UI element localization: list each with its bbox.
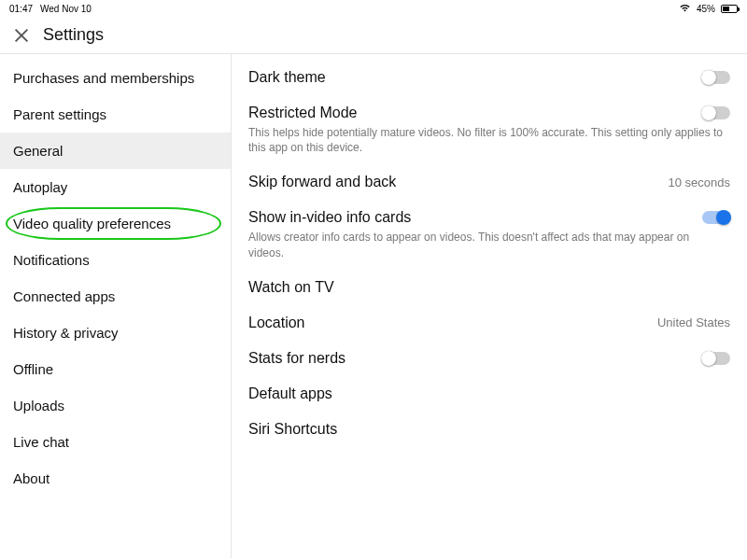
sidebar-item-parent-settings[interactable]: Parent settings <box>0 96 231 133</box>
setting-title: Default apps <box>248 385 332 402</box>
setting-title: Stats for nerds <box>248 350 345 367</box>
sidebar-item-label: Connected apps <box>13 288 115 304</box>
toggle-restricted_mode[interactable] <box>702 106 730 119</box>
sidebar-item-history-privacy[interactable]: History & privacy <box>0 315 231 351</box>
sidebar-item-offline[interactable]: Offline <box>0 351 231 387</box>
page-title: Settings <box>43 25 104 45</box>
settings-sidebar: Purchases and membershipsParent settings… <box>0 54 232 558</box>
setting-row-default_apps[interactable]: Default apps <box>248 376 730 412</box>
setting-description: This helps hide potentially mature video… <box>248 125 730 155</box>
sidebar-item-general[interactable]: General <box>0 133 231 169</box>
status-date: Wed Nov 10 <box>40 4 92 14</box>
setting-row-skip: Skip forward and back10 seconds <box>248 164 730 200</box>
setting-row-stats: Stats for nerds <box>248 341 730 376</box>
sidebar-item-label: Parent settings <box>13 106 106 122</box>
sidebar-item-label: Notifications <box>13 252 90 268</box>
toggle-info_cards[interactable] <box>702 211 730 224</box>
setting-row-siri[interactable]: Siri Shortcuts <box>248 412 730 447</box>
setting-title: Show in-video info cards <box>248 209 411 226</box>
sidebar-item-label: Uploads <box>13 398 64 413</box>
sidebar-item-video-quality-preferences[interactable]: Video quality preferences <box>0 205 231 242</box>
setting-row-dark_theme: Dark theme <box>248 60 730 95</box>
sidebar-item-label: History & privacy <box>13 325 119 341</box>
sidebar-item-purchases-and-memberships[interactable]: Purchases and memberships <box>0 60 231 96</box>
setting-title: Dark theme <box>248 69 326 86</box>
sidebar-item-about[interactable]: About <box>0 460 231 497</box>
setting-value: 10 seconds <box>669 175 731 189</box>
setting-title: Siri Shortcuts <box>248 421 337 438</box>
setting-row-restricted_mode: Restricted ModeThis helps hide potential… <box>248 95 730 164</box>
toggle-stats[interactable] <box>702 352 730 365</box>
sidebar-item-label: Purchases and memberships <box>13 70 194 86</box>
status-bar: 01:47 Wed Nov 10 45% <box>0 0 747 17</box>
wifi-icon <box>679 3 691 14</box>
sidebar-item-label: Video quality preferences <box>13 216 171 231</box>
battery-icon <box>721 5 738 13</box>
settings-main: Dark themeRestricted ModeThis helps hide… <box>232 54 747 558</box>
sidebar-item-uploads[interactable]: Uploads <box>0 387 231 424</box>
sidebar-item-connected-apps[interactable]: Connected apps <box>0 278 231 315</box>
sidebar-item-label: Autoplay <box>13 179 67 195</box>
setting-row-info_cards: Show in-video info cardsAllows creator i… <box>248 200 730 269</box>
setting-description: Allows creator info cards to appear on v… <box>248 230 730 259</box>
sidebar-item-label: Live chat <box>13 434 69 450</box>
setting-row-watch_tv[interactable]: Watch on TV <box>248 270 730 305</box>
sidebar-item-live-chat[interactable]: Live chat <box>0 424 231 460</box>
setting-row-location: LocationUnited States <box>248 305 730 341</box>
sidebar-item-label: Offline <box>13 361 53 377</box>
sidebar-item-label: General <box>13 143 63 159</box>
sidebar-item-autoplay[interactable]: Autoplay <box>0 169 231 205</box>
setting-title: Location <box>248 315 305 331</box>
close-icon[interactable] <box>13 27 30 44</box>
settings-header: Settings <box>0 17 747 54</box>
setting-title: Watch on TV <box>248 279 334 296</box>
setting-title: Restricted Mode <box>248 105 358 121</box>
sidebar-item-notifications[interactable]: Notifications <box>0 242 231 278</box>
battery-percent: 45% <box>697 4 715 14</box>
status-time: 01:47 <box>9 4 33 14</box>
setting-value: United States <box>657 315 730 329</box>
toggle-dark_theme[interactable] <box>702 71 730 84</box>
setting-title: Skip forward and back <box>248 174 396 190</box>
sidebar-item-label: About <box>13 470 49 486</box>
